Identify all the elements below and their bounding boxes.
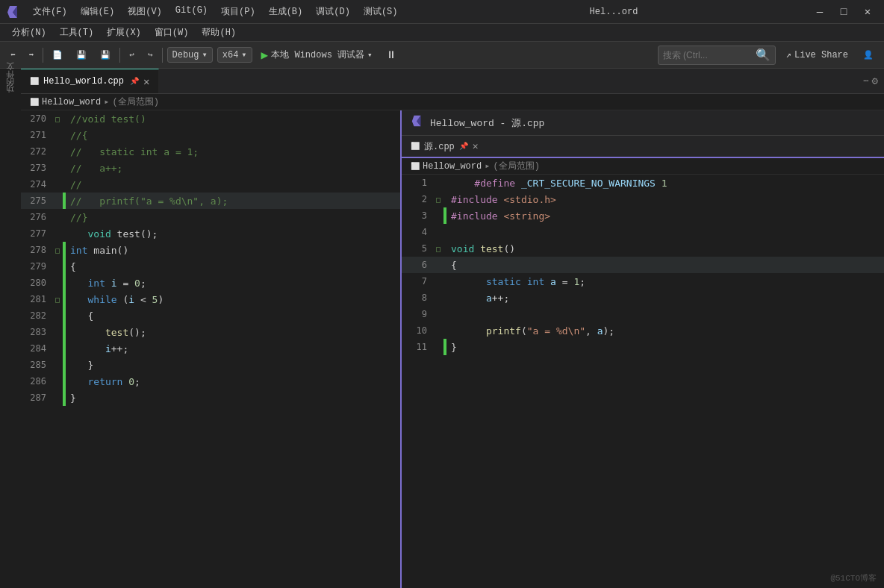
run-label: 本地 Windows 调试器 xyxy=(271,49,364,61)
close-button[interactable]: ✕ xyxy=(857,4,878,19)
table-row: 286 return 0; xyxy=(21,373,402,390)
new-file-icon: 📄 xyxy=(52,50,63,60)
right-window-title: Hellow_word - 源.cpp xyxy=(430,116,544,130)
table-row: 1 #define _CRT_SECURE_NO_WARNINGS 1 xyxy=(402,175,884,191)
code-text: while (i < 5) xyxy=(66,294,164,305)
debug-config-label: Debug xyxy=(172,50,199,60)
table-row: 274 // xyxy=(21,176,402,193)
tab-list-button[interactable]: ⋯ xyxy=(863,75,868,87)
save-all-button[interactable]: 💾 xyxy=(96,49,115,61)
breadcrumb-project: Hellow_word xyxy=(42,97,101,107)
account-icon: 👤 xyxy=(863,50,874,60)
window-controls: — □ ✕ xyxy=(809,4,878,19)
tab-source-cpp[interactable]: ⬜ 源.cpp 📌 ✕ xyxy=(402,136,488,158)
undo-button[interactable]: ↩ xyxy=(125,49,139,61)
pause-button[interactable]: ⏸ xyxy=(382,48,401,63)
tab-settings-icon[interactable]: ⚙ xyxy=(872,75,878,87)
code-text: { xyxy=(66,310,93,322)
chevron-down-icon: ▾ xyxy=(202,49,208,60)
pin-icon: 📌 xyxy=(459,142,468,151)
live-share-button[interactable]: ↗ Live Share xyxy=(780,48,854,62)
code-text: test(); xyxy=(66,327,146,338)
line-number: 287 xyxy=(21,392,52,403)
side-char-2: 件 xyxy=(5,84,16,85)
table-row: 271 //{ xyxy=(21,127,402,143)
arch-select[interactable]: x64 ▾ xyxy=(217,47,252,63)
right-tab-close-button[interactable]: ✕ xyxy=(473,140,479,152)
menu-tools[interactable]: 工具(T) xyxy=(54,25,100,40)
table-row: 277 void test(); xyxy=(21,225,402,242)
menu-git[interactable]: Git(G) xyxy=(169,4,214,19)
line-number: 7 xyxy=(402,276,433,287)
code-text: return 0; xyxy=(66,376,140,387)
tab-bar-left: ⬜ Hello_world.cpp 📌 ✕ ⋯ ⚙ xyxy=(21,69,884,94)
side-char-3: 的 xyxy=(5,91,16,93)
minimize-button[interactable]: — xyxy=(809,4,830,19)
file-small-icon: ⬜ xyxy=(411,162,420,171)
left-code-editor[interactable]: 270 □ //void test() 271 //{ 272 xyxy=(21,110,402,588)
side-char-1: 文 xyxy=(5,76,16,78)
fold-indicator[interactable]: □ xyxy=(52,246,63,254)
tab-hello-world[interactable]: ⬜ Hello_world.cpp 📌 ✕ xyxy=(21,69,159,93)
table-row: 284 i++; xyxy=(21,340,402,357)
maximize-button[interactable]: □ xyxy=(833,4,854,19)
table-row: 287 } xyxy=(21,390,402,406)
menu-build[interactable]: 生成(B) xyxy=(263,4,309,19)
code-text: } xyxy=(66,392,76,404)
table-row: 273 // a++; xyxy=(21,160,402,176)
menu-edit[interactable]: 编辑(E) xyxy=(75,4,121,19)
back-button[interactable]: ⬅ xyxy=(6,49,20,61)
right-code-editor[interactable]: 1 #define _CRT_SECURE_NO_WARNINGS 1 2 □ … xyxy=(402,175,884,588)
new-file-button[interactable]: 📄 xyxy=(48,49,67,61)
menu-test[interactable]: 测试(S) xyxy=(358,4,404,19)
table-row: 4 xyxy=(402,224,884,240)
search-icon: 🔍 xyxy=(756,48,771,63)
code-text: void test(); xyxy=(66,228,158,240)
right-breadcrumb-project: Hellow_word xyxy=(423,161,482,172)
code-text: #define _CRT_SECURE_NO_WARNINGS 1 xyxy=(446,178,667,189)
line-number: 283 xyxy=(21,327,52,337)
share-icon: ↗ xyxy=(786,49,791,60)
fold-indicator[interactable]: □ xyxy=(433,245,443,253)
back-icon: ⬅ xyxy=(10,50,16,60)
redo-button[interactable]: ↪ xyxy=(143,49,158,61)
undo-icon: ↩ xyxy=(129,50,134,60)
run-debug-button[interactable]: ▶ 本地 Windows 调试器 ▾ xyxy=(257,46,377,64)
search-input[interactable] xyxy=(663,50,753,60)
breadcrumb-separator: ▸ xyxy=(104,96,109,107)
menu-extensions[interactable]: 扩展(X) xyxy=(101,25,147,40)
tab-label: Hello_world.cpp xyxy=(43,76,124,87)
toolbar-divider-1 xyxy=(43,48,43,63)
menu-debug[interactable]: 调试(D) xyxy=(310,4,356,19)
fold-indicator[interactable]: □ xyxy=(52,295,63,304)
menu-file[interactable]: 文件(F) xyxy=(27,4,73,19)
save-button[interactable]: 💾 xyxy=(72,49,91,61)
line-number: 270 xyxy=(21,113,52,124)
table-row: 285 } xyxy=(21,357,402,373)
toolbar: ⬅ ➡ 📄 💾 💾 ↩ ↪ Debug ▾ x64 ▾ ▶ 本地 Windows… xyxy=(0,42,884,69)
window-title: Hel...ord xyxy=(418,7,809,17)
fold-indicator[interactable]: □ xyxy=(433,196,443,204)
side-char-4: 功 xyxy=(5,98,16,100)
table-row: 7 static int a = 1; xyxy=(402,273,884,290)
watermark: @51CTO博客 xyxy=(830,572,877,584)
line-number: 281 xyxy=(21,294,52,304)
tab-bar-actions: ⋯ ⚙ xyxy=(857,69,884,93)
debug-config-select[interactable]: Debug ▾ xyxy=(167,47,213,63)
menu-project[interactable]: 项目(P) xyxy=(215,4,261,19)
menu-view[interactable]: 视图(V) xyxy=(122,4,168,19)
table-row: 275 // printf("a = %d\n", a); xyxy=(21,193,402,209)
code-text: int main() xyxy=(66,245,128,256)
code-text: int i = 0; xyxy=(66,278,146,289)
menu-window[interactable]: 窗口(W) xyxy=(149,25,195,40)
tab-close-button[interactable]: ✕ xyxy=(143,75,149,88)
account-button[interactable]: 👤 xyxy=(859,49,878,61)
fold-indicator[interactable]: □ xyxy=(52,115,63,123)
code-text xyxy=(446,309,457,320)
table-row: 283 test(); xyxy=(21,324,402,340)
menu-analyze[interactable]: 分析(N) xyxy=(6,25,52,40)
line-number: 273 xyxy=(21,163,52,173)
forward-button[interactable]: ➡ xyxy=(25,49,39,61)
title-bar: 文件(F) 编辑(E) 视图(V) Git(G) 项目(P) 生成(B) 调试(… xyxy=(0,0,884,24)
menu-help[interactable]: 帮助(H) xyxy=(196,25,242,40)
